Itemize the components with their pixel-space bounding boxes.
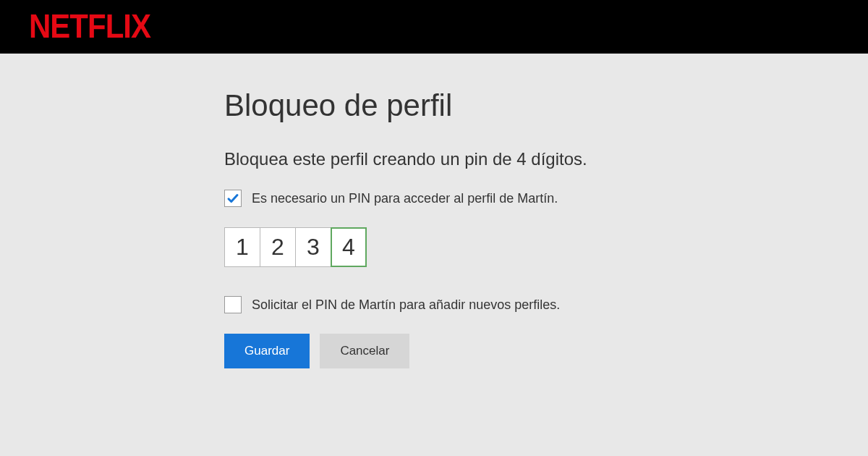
pin-digit-2[interactable]: 2: [260, 227, 296, 267]
page-title: Bloqueo de perfil: [224, 88, 868, 123]
netflix-logo: NETFLIX: [29, 8, 150, 46]
main-content: Bloqueo de perfil Bloquea este perfil cr…: [0, 54, 868, 368]
page-subtitle: Bloquea este perfil creando un pin de 4 …: [224, 149, 868, 169]
new-profiles-label: Solicitar el PIN de Martín para añadir n…: [252, 297, 560, 313]
save-button[interactable]: Guardar: [224, 334, 310, 368]
require-pin-checkbox[interactable]: [224, 190, 242, 207]
pin-input-row: 1 2 3 4: [224, 227, 868, 267]
pin-digit-3[interactable]: 3: [295, 227, 331, 267]
require-pin-label: Es necesario un PIN para acceder al perf…: [252, 191, 558, 206]
cancel-button[interactable]: Cancelar: [320, 334, 409, 368]
new-profiles-row: Solicitar el PIN de Martín para añadir n…: [224, 296, 868, 313]
require-pin-row: Es necesario un PIN para acceder al perf…: [224, 190, 868, 207]
button-row: Guardar Cancelar: [224, 334, 868, 368]
checkmark-icon: [226, 192, 239, 205]
pin-digit-1[interactable]: 1: [224, 227, 260, 267]
pin-digit-4[interactable]: 4: [331, 227, 367, 267]
new-profiles-checkbox[interactable]: [224, 296, 242, 313]
app-header: NETFLIX: [0, 0, 868, 54]
